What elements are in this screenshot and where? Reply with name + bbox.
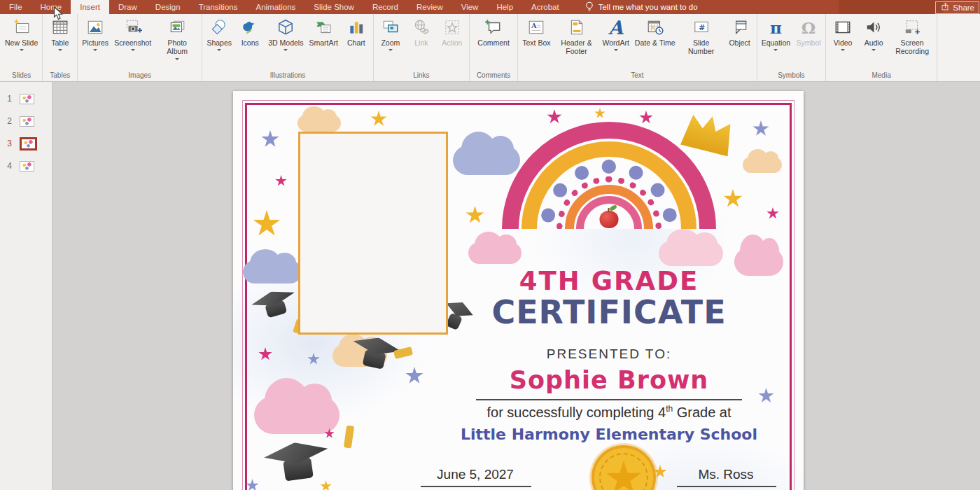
chart-button[interactable]: Chart xyxy=(341,14,372,47)
slide-thumbnail-panel: 1 2 3 4 xyxy=(0,82,52,490)
tab-help[interactable]: Help xyxy=(487,0,522,14)
video-button[interactable]: Video xyxy=(827,14,858,51)
ribbon-group-symbols: π Equation Ω Symbol Symbols xyxy=(757,14,826,81)
slide-number-button[interactable]: # Slide Number xyxy=(678,14,724,56)
medal-icon xyxy=(592,445,656,490)
cloud-decoration xyxy=(743,157,782,173)
chevron-down-icon xyxy=(841,49,845,51)
tab-slide-show[interactable]: Slide Show xyxy=(304,0,363,14)
tassel-icon xyxy=(344,425,354,448)
certificate-slide[interactable]: 4TH GRADE CERTIFICATE PRESENTED TO: Soph… xyxy=(233,91,804,490)
menubar-decor-circle xyxy=(839,0,944,14)
group-label-text: Text xyxy=(519,71,755,81)
tab-record[interactable]: Record xyxy=(363,0,407,14)
content-area: 1 2 3 4 xyxy=(0,82,980,490)
photo-placeholder[interactable] xyxy=(298,132,448,335)
star-decoration xyxy=(752,120,769,137)
slide-panel-item-4[interactable]: 4 xyxy=(0,158,52,174)
ribbon-group-images: Pictures Screenshot Photo Album Images xyxy=(78,14,202,81)
tab-design[interactable]: Design xyxy=(146,0,190,14)
slide-panel-item-1[interactable]: 1 xyxy=(0,91,52,106)
tab-animations[interactable]: Animations xyxy=(246,0,304,14)
slide-thumbnail[interactable] xyxy=(20,161,34,172)
tab-home[interactable]: Home xyxy=(31,0,71,14)
share-button[interactable]: Share xyxy=(935,1,979,14)
header-footer-icon xyxy=(568,17,586,38)
screen-recording-button[interactable]: Screen Recording xyxy=(889,14,935,56)
zoom-button[interactable]: Zoom xyxy=(375,14,406,51)
video-icon xyxy=(834,17,852,38)
share-label: Share xyxy=(953,4,974,12)
date-underline xyxy=(421,486,531,487)
group-label-links: Links xyxy=(375,71,468,81)
chevron-down-icon xyxy=(175,58,179,60)
graduation-cap-icon xyxy=(262,438,332,490)
shapes-button[interactable]: Shapes xyxy=(204,14,234,51)
tab-insert[interactable]: Insert xyxy=(71,0,109,14)
date-text[interactable]: June 5, 2027 xyxy=(437,467,514,482)
tell-me-box[interactable]: Tell me what you want to do xyxy=(585,0,698,14)
star-decoration xyxy=(766,207,779,220)
chevron-down-icon xyxy=(284,49,288,51)
pictures-button[interactable]: Pictures xyxy=(79,14,111,51)
icons-button[interactable]: Icons xyxy=(234,14,265,47)
header-footer-button[interactable]: Header & Footer xyxy=(554,14,600,56)
cloud-decoration xyxy=(468,242,522,264)
ribbon: New Slide Slides Table Tables Pictures xyxy=(0,14,980,82)
smartart-button[interactable]: SmartArt xyxy=(306,14,340,47)
cube-3d-icon xyxy=(276,17,295,38)
ribbon-group-tables: Table Tables xyxy=(43,14,78,81)
certificate-title-line2[interactable]: CERTIFICATE xyxy=(491,293,726,331)
wordart-button[interactable]: A WordArt xyxy=(600,14,632,51)
tab-review[interactable]: Review xyxy=(407,0,452,14)
equation-button[interactable]: π Equation xyxy=(759,14,793,51)
new-slide-button[interactable]: New Slide xyxy=(2,14,41,51)
star-decoration xyxy=(246,479,259,490)
chevron-down-icon xyxy=(58,49,62,51)
tab-file[interactable]: File xyxy=(0,0,31,14)
text-box-icon: A xyxy=(527,17,545,38)
tab-draw[interactable]: Draw xyxy=(109,0,146,14)
text-box-button[interactable]: A Text Box xyxy=(519,14,553,47)
tab-view[interactable]: View xyxy=(452,0,488,14)
slide-panel-item-3-selected[interactable]: 3 xyxy=(0,136,52,151)
slide-thumbnail[interactable] xyxy=(20,94,34,104)
date-time-button[interactable]: Date & Time xyxy=(632,14,678,47)
cloud-decoration xyxy=(659,241,723,266)
slide-panel-item-2[interactable]: 2 xyxy=(0,113,52,129)
comment-icon xyxy=(484,17,503,38)
photo-album-button[interactable]: Photo Album xyxy=(154,14,200,60)
new-slide-icon xyxy=(13,17,31,38)
certificate-title-line1[interactable]: 4TH GRADE xyxy=(519,266,699,296)
star-decoration xyxy=(465,206,484,225)
star-decoration xyxy=(258,347,272,361)
slide-thumbnail[interactable] xyxy=(20,137,37,150)
teacher-name-text[interactable]: Ms. Ross xyxy=(698,467,753,482)
object-button[interactable]: Object xyxy=(724,14,755,47)
star-decoration xyxy=(370,111,387,127)
3d-models-button[interactable]: 3D Models xyxy=(265,14,306,51)
group-label-symbols: Symbols xyxy=(759,71,824,81)
comment-button[interactable]: Comment xyxy=(475,14,512,47)
cloud-decoration xyxy=(298,115,341,132)
student-name-text[interactable]: Sophie Brown xyxy=(510,366,708,394)
screenshot-button[interactable]: Screenshot xyxy=(111,14,154,51)
ribbon-group-comments: Comment Comments xyxy=(470,14,518,81)
star-decoration xyxy=(275,175,287,187)
zoom-slides-icon xyxy=(382,17,400,38)
chevron-down-icon xyxy=(614,49,618,51)
symbol-omega-icon: Ω xyxy=(802,17,816,38)
chart-icon xyxy=(347,17,365,38)
school-name-text[interactable]: Little Harmony Elementary School xyxy=(461,426,757,443)
slide-thumbnail[interactable] xyxy=(20,116,34,127)
lightbulb-icon xyxy=(585,1,594,13)
certificate-body-text[interactable]: for successfully completing 4th Grade at xyxy=(486,404,731,421)
tab-transitions[interactable]: Transitions xyxy=(190,0,247,14)
presented-to-label[interactable]: PRESENTED TO: xyxy=(547,346,671,362)
star-decoration xyxy=(405,367,424,385)
wordart-icon: A xyxy=(608,17,623,38)
shapes-icon xyxy=(210,17,228,38)
tab-acrobat[interactable]: Acrobat xyxy=(522,0,568,14)
audio-button[interactable]: Audio xyxy=(858,14,889,51)
ribbon-group-illustrations: Shapes Icons 3D Models SmartArt Chart Il… xyxy=(202,14,374,81)
